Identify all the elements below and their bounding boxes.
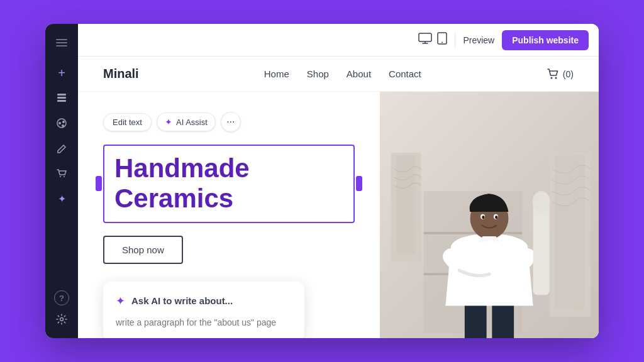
sidebar-shop-button[interactable] — [50, 162, 73, 185]
svg-rect-0 — [57, 94, 66, 96]
ai-chat-title: Ask AI to write about... — [131, 295, 233, 306]
sidebar-theme-button[interactable] — [50, 112, 73, 134]
svg-rect-30 — [533, 202, 550, 295]
ai-assist-label: AI Assist — [176, 118, 208, 127]
hero-illustration — [380, 92, 599, 338]
sidebar-add-button[interactable]: + — [50, 62, 73, 84]
sidebar-help-button[interactable]: ? — [54, 290, 69, 305]
svg-rect-2 — [57, 100, 66, 102]
sidebar-layers-button[interactable] — [50, 87, 73, 109]
svg-point-4 — [58, 122, 61, 124]
hero-right — [380, 92, 599, 338]
svg-point-7 — [60, 176, 61, 177]
website-nav: Minali Home Shop About Contact (0) — [78, 57, 599, 92]
app-window: + — [45, 24, 599, 338]
ai-star-icon: ✦ — [165, 117, 172, 127]
ai-chat-star-icon: ✦ — [116, 294, 125, 308]
shop-now-button[interactable]: Shop now — [103, 236, 183, 264]
nav-home[interactable]: Home — [264, 69, 289, 79]
svg-point-28 — [482, 216, 484, 219]
svg-rect-20 — [424, 232, 523, 234]
sidebar-settings-button[interactable] — [50, 308, 73, 331]
svg-point-9 — [60, 318, 64, 321]
tablet-icon[interactable] — [437, 32, 447, 48]
nav-contact[interactable]: Contact — [389, 69, 421, 79]
site-logo: Minali — [103, 67, 139, 81]
svg-rect-23 — [492, 300, 514, 338]
hero-heading[interactable]: Handmade Ceramics — [114, 153, 343, 214]
desktop-icon[interactable] — [418, 33, 432, 47]
svg-rect-1 — [57, 97, 66, 99]
heading-container: Handmade Ceramics — [103, 145, 355, 223]
svg-rect-18 — [555, 155, 585, 309]
hero-section: Edit text ✦ AI Assist ··· Handmade Ceram… — [78, 92, 599, 338]
main-area: Preview Publish website Minali Home Shop… — [78, 24, 599, 338]
svg-point-6 — [62, 124, 64, 127]
ai-chat-input[interactable] — [116, 317, 292, 327]
sidebar-edit-button[interactable] — [50, 137, 73, 160]
cart-icon — [547, 68, 560, 80]
toolbar-divider — [455, 33, 455, 48]
svg-rect-10 — [419, 33, 431, 41]
svg-point-13 — [550, 77, 552, 79]
resize-handle-left[interactable] — [96, 176, 102, 191]
svg-point-5 — [62, 121, 65, 123]
hero-image — [380, 92, 599, 338]
svg-point-29 — [495, 216, 497, 219]
preview-button[interactable]: Preview — [463, 35, 494, 45]
hero-left: Edit text ✦ AI Assist ··· Handmade Ceram… — [78, 92, 380, 338]
svg-rect-16 — [396, 155, 415, 254]
sidebar: + — [45, 24, 78, 338]
nav-shop[interactable]: Shop — [307, 69, 329, 79]
ai-chat-header: ✦ Ask AI to write about... — [116, 294, 292, 308]
more-icon: ··· — [226, 116, 235, 128]
svg-point-31 — [533, 191, 550, 213]
cart-count: (0) — [563, 69, 574, 79]
ai-chat-box: ✦ Ask AI to write about... — [103, 282, 304, 338]
device-icons — [418, 32, 447, 48]
top-toolbar: Preview Publish website — [78, 24, 599, 57]
toolbar-right: Preview Publish website — [418, 30, 589, 50]
website-preview: Minali Home Shop About Contact (0) — [78, 57, 599, 338]
edit-toolbar: Edit text ✦ AI Assist ··· — [103, 112, 355, 132]
nav-about[interactable]: About — [347, 69, 371, 79]
sidebar-ai-button[interactable]: ✦ — [50, 187, 73, 210]
svg-point-8 — [64, 176, 65, 177]
publish-button[interactable]: Publish website — [502, 30, 589, 50]
resize-handle-right[interactable] — [356, 176, 362, 191]
svg-rect-22 — [465, 300, 487, 338]
nav-links: Home Shop About Contact — [264, 69, 421, 79]
more-options-button[interactable]: ··· — [221, 112, 241, 132]
ai-assist-button[interactable]: ✦ AI Assist — [157, 112, 216, 131]
edit-text-button[interactable]: Edit text — [103, 113, 152, 131]
svg-point-14 — [555, 77, 557, 79]
cart-area[interactable]: (0) — [547, 68, 574, 80]
hamburger-icon — [56, 39, 67, 47]
hamburger-menu[interactable] — [50, 31, 73, 54]
svg-point-12 — [441, 42, 443, 43]
